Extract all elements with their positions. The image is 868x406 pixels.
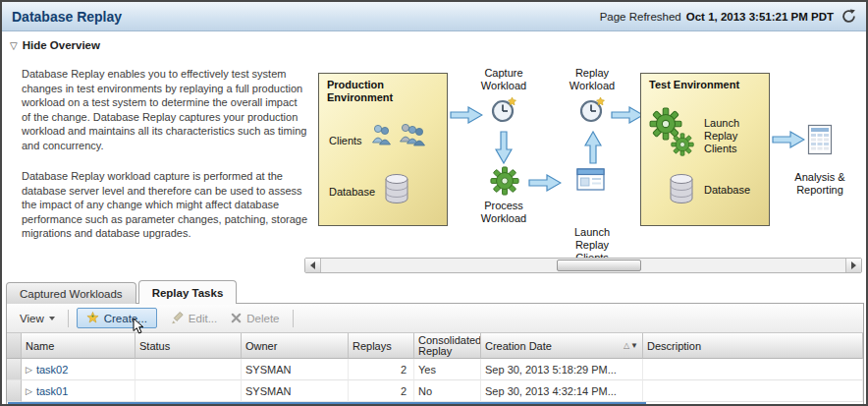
- production-database-icon: [382, 172, 411, 209]
- row-selector-cell[interactable]: [7, 380, 22, 402]
- process-workload-label: Process Workload: [470, 200, 537, 225]
- scrollbar-thumb[interactable]: [557, 260, 640, 271]
- analysis-reporting-label: Analysis & Reporting: [786, 171, 854, 197]
- test-database-label: Database: [704, 184, 750, 197]
- table-header: Name Status Owner Replays Consolidated R…: [7, 333, 863, 359]
- test-database-icon: [667, 172, 696, 209]
- row-selector-cell[interactable]: [7, 359, 22, 380]
- diagram-scrollbar[interactable]: [304, 258, 862, 273]
- header-selector-cell: [7, 333, 22, 359]
- sort-controls: △ ▼: [624, 341, 638, 350]
- production-database-label: Database: [329, 186, 375, 199]
- production-environment-title: Production Environment: [319, 74, 447, 104]
- refresh-icon[interactable]: [841, 9, 856, 24]
- delete-x-icon: [231, 313, 242, 323]
- consolidated-replay-cell: No: [414, 380, 481, 402]
- production-environment-box: Production Environment Clients Database: [318, 73, 448, 226]
- delete-button-label: Delete: [246, 313, 279, 324]
- tab-captured-workloads[interactable]: Captured Workloads: [6, 282, 136, 304]
- replay-workload-label: Replay Workload: [562, 67, 623, 92]
- column-header-description[interactable]: Description: [643, 333, 863, 359]
- name-cell: ▷ task02: [22, 359, 136, 380]
- scroll-left-button[interactable]: [305, 259, 321, 272]
- replays-cell: 2: [349, 380, 414, 402]
- page-refreshed-time: Oct 1, 2013 3:51:21 PM PDT: [686, 11, 834, 23]
- status-cell: [136, 359, 242, 380]
- scroll-left-icon: [310, 261, 315, 269]
- description-cell: [643, 380, 863, 402]
- replay-workload-clock-icon: [579, 96, 607, 128]
- arrow-test-to-analysis: [772, 131, 805, 148]
- column-header-name[interactable]: Name: [22, 333, 136, 359]
- arrow-launch-to-replay: [584, 131, 602, 164]
- disclosure-triangle-icon: ▽: [10, 40, 18, 51]
- replays-cell: 2: [349, 359, 414, 380]
- column-header-status[interactable]: Status: [136, 333, 242, 359]
- table-bottom-indicator: [8, 402, 646, 404]
- view-menu-button[interactable]: View: [15, 310, 60, 327]
- creation-date-cell: Sep 30, 2013 5:18:29 PM...: [481, 359, 643, 380]
- launch-replay-clients-window-icon: [576, 168, 608, 198]
- row-expander-icon[interactable]: ▷: [26, 365, 32, 375]
- scroll-right-icon: [851, 261, 856, 269]
- status-cell: [136, 380, 242, 402]
- test-environment-title: Test Environment: [641, 74, 769, 91]
- workload-tabs: Captured Workloads Replay Tasks: [6, 280, 237, 304]
- row-expander-icon[interactable]: ▷: [26, 386, 32, 396]
- sort-descending-icon[interactable]: ▼: [630, 341, 638, 350]
- create-icon: [86, 312, 99, 324]
- arrow-capture-to-process: [495, 131, 513, 164]
- scrollbar-track[interactable]: [321, 259, 845, 272]
- hide-overview-label: Hide Overview: [23, 39, 100, 51]
- table-row-task01[interactable]: ▷ task01 SYSMAN 2 No Sep 30, 2013 4:32:1…: [7, 380, 863, 402]
- toolbar-separator: [68, 310, 69, 327]
- column-header-consolidated-replay[interactable]: Consolidated Replay: [414, 333, 481, 359]
- column-header-owner[interactable]: Owner: [242, 333, 349, 359]
- task-name-link[interactable]: task02: [36, 364, 68, 376]
- creation-date-cell: Sep 30, 2013 4:32:14 PM...: [481, 380, 643, 402]
- arrow-production-to-capture: [450, 106, 483, 124]
- overview-paragraph-1: Database Replay enables you to effective…: [22, 67, 308, 152]
- process-workload-gear-icon: [490, 166, 519, 200]
- hide-overview-toggle[interactable]: ▽ Hide Overview: [10, 39, 100, 51]
- test-gear-small-icon: [671, 133, 694, 160]
- page-title: Database Replay: [12, 9, 122, 25]
- name-cell: ▷ task01: [22, 380, 136, 402]
- capture-workload-label: Capture Workload: [470, 67, 537, 92]
- sort-ascending-icon[interactable]: △: [624, 341, 629, 350]
- replay-tasks-toolbar: View Create...: [7, 304, 863, 333]
- owner-cell: SYSMAN: [242, 359, 349, 380]
- arrow-replay-to-test: [611, 106, 644, 124]
- create-button[interactable]: Create...: [77, 308, 157, 328]
- tab-replay-tasks[interactable]: Replay Tasks: [138, 280, 238, 304]
- capture-workload-clock-icon: [491, 96, 518, 128]
- clients-label: Clients: [329, 135, 362, 147]
- test-launch-replay-clients-label: Launch Replay Clients: [704, 117, 763, 155]
- test-environment-box: Test Environment: [640, 73, 770, 226]
- view-menu-label: View: [20, 313, 44, 324]
- overview-paragraph-2: Database Replay workload capture is perf…: [22, 169, 308, 241]
- arrow-process-to-launch: [528, 174, 562, 192]
- edit-button[interactable]: Edit...: [171, 312, 217, 324]
- column-header-replays[interactable]: Replays: [349, 333, 414, 359]
- description-cell: [643, 359, 863, 380]
- toolbar-separator: [293, 310, 294, 327]
- task-name-link[interactable]: task01: [36, 385, 68, 397]
- pencil-icon: [171, 312, 184, 324]
- consolidated-replay-cell: Yes: [414, 359, 481, 380]
- chevron-down-icon: [49, 317, 55, 320]
- creation-date-header-label: Creation Date: [485, 340, 552, 352]
- mouse-cursor-icon: [133, 318, 144, 336]
- owner-cell: SYSMAN: [242, 380, 349, 402]
- replay-tasks-panel: View Create...: [6, 303, 864, 404]
- table-row-task02[interactable]: ▷ task02 SYSMAN 2 Yes Sep 30, 2013 5:18:…: [7, 359, 863, 380]
- delete-button[interactable]: Delete: [231, 313, 279, 324]
- analysis-reporting-icon: [807, 124, 835, 159]
- scroll-right-button[interactable]: [845, 259, 861, 272]
- clients-people-icon: [370, 121, 427, 152]
- page-refreshed: Page Refreshed Oct 1, 2013 3:51:21 PM PD…: [600, 9, 856, 24]
- page-refreshed-label: Page Refreshed: [600, 11, 681, 23]
- page-header: Database Replay Page Refreshed Oct 1, 20…: [2, 2, 866, 31]
- column-header-creation-date[interactable]: Creation Date △ ▼: [481, 333, 643, 359]
- database-replay-page: Database Replay Page Refreshed Oct 1, 20…: [0, 0, 868, 406]
